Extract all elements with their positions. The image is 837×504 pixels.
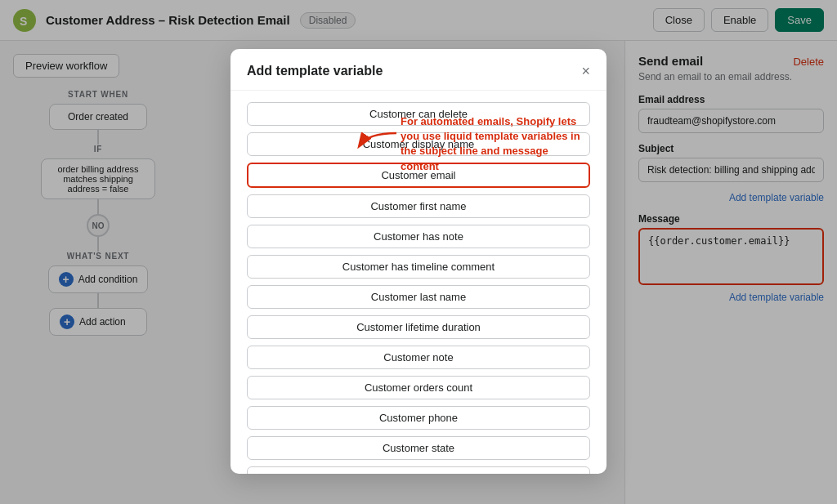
variable-btn-customer-first-name[interactable]: Customer first name	[247, 194, 590, 218]
modal-header: Add template variable ×	[231, 49, 606, 91]
modal-close-button[interactable]: ×	[581, 64, 590, 78]
variable-btn-customer-last-name[interactable]: Customer last name	[247, 285, 590, 309]
variable-btn-customer-has-timeline-comment[interactable]: Customer has timeline comment	[247, 255, 590, 279]
annotation: For automated emails, Shopify lets you u…	[401, 114, 580, 174]
modal-title: Add template variable	[247, 64, 383, 78]
variable-btn-customer-tax-exempt[interactable]: Customer tax exempt	[247, 466, 590, 474]
add-template-variable-modal: Add template variable × Customer can del…	[231, 49, 606, 474]
variable-btn-customer-phone[interactable]: Customer phone	[247, 406, 590, 430]
variable-btn-customer-lifetime-duration[interactable]: Customer lifetime duration	[247, 315, 590, 339]
annotation-arrow-icon	[351, 129, 401, 154]
annotation-text: For automated emails, Shopify lets you u…	[401, 114, 580, 174]
variable-btn-customer-orders-count[interactable]: Customer orders count	[247, 376, 590, 399]
variable-btn-customer-note[interactable]: Customer note	[247, 346, 590, 369]
variable-btn-customer-state[interactable]: Customer state	[247, 436, 590, 460]
modal-overlay: Add template variable × Customer can del…	[0, 0, 837, 504]
variable-btn-customer-has-note[interactable]: Customer has note	[247, 225, 590, 248]
